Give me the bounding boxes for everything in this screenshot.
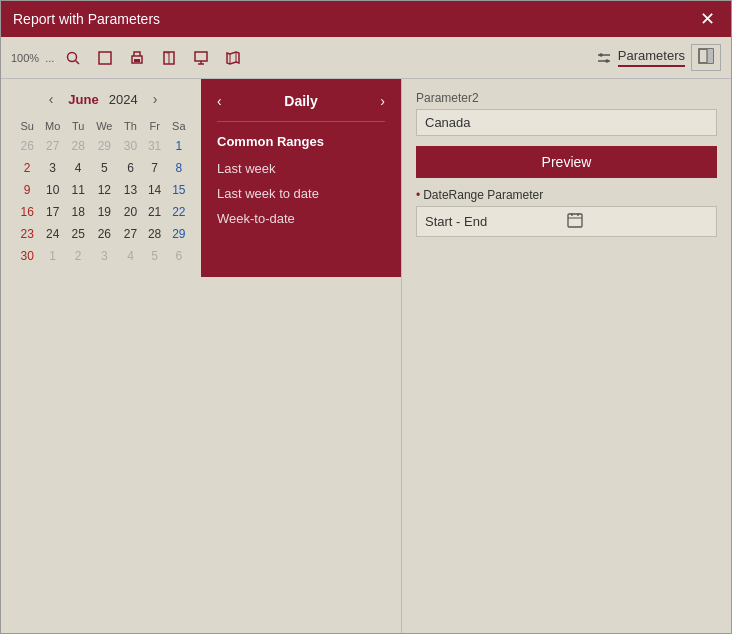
monitor-button[interactable] xyxy=(188,47,214,69)
collapse-icon xyxy=(698,48,714,64)
svg-point-0 xyxy=(68,52,77,61)
book-icon xyxy=(161,50,177,66)
titlebar: Report with Parameters ✕ xyxy=(1,1,731,37)
table-row[interactable]: 4 xyxy=(118,245,142,267)
param2-input[interactable] xyxy=(416,109,717,136)
ranges-panel: ‹ Daily › Common Ranges Last weekLast we… xyxy=(201,79,401,277)
table-row[interactable]: 29 xyxy=(90,135,118,157)
june-wday-we: We xyxy=(90,117,118,135)
table-row[interactable]: 22 xyxy=(167,201,191,223)
param2-section: Parameter2 xyxy=(416,91,717,136)
param2-label: Parameter2 xyxy=(416,91,717,105)
table-row[interactable]: 23 xyxy=(15,223,39,245)
table-row[interactable]: 27 xyxy=(39,135,66,157)
table-row[interactable]: 11 xyxy=(66,179,90,201)
june-wday-tu: Tu xyxy=(66,117,90,135)
june-header: ‹ June 2024 › xyxy=(15,89,191,109)
june-wday-th: Th xyxy=(118,117,142,135)
list-item[interactable]: Week-to-date xyxy=(217,207,385,230)
date-value: Start - End xyxy=(425,214,567,229)
table-row[interactable]: 28 xyxy=(143,223,167,245)
june-wday-sa: Sa xyxy=(167,117,191,135)
svg-rect-6 xyxy=(195,52,207,61)
june-year: 2024 xyxy=(109,92,138,107)
table-row[interactable]: 5 xyxy=(90,157,118,179)
date-range-label: •DateRange Parameter xyxy=(416,188,717,202)
list-item[interactable]: Last week to date xyxy=(217,182,385,205)
table-row[interactable]: 26 xyxy=(15,135,39,157)
ranges-title: Daily xyxy=(284,93,317,109)
close-button[interactable]: ✕ xyxy=(696,8,719,30)
table-row[interactable]: 6 xyxy=(167,245,191,267)
collapse-button[interactable] xyxy=(691,44,721,71)
table-row[interactable]: 3 xyxy=(39,157,66,179)
params-panel: Parameter2 Preview •DateRange Parameter … xyxy=(401,79,731,633)
ranges-prev-button[interactable]: ‹ xyxy=(217,93,222,109)
list-item[interactable]: Last week xyxy=(217,157,385,180)
table-row[interactable]: 14 xyxy=(143,179,167,201)
print-button[interactable] xyxy=(124,47,150,69)
june-wday-su: Su xyxy=(15,117,39,135)
june-grid: Su Mo Tu We Th Fr Sa 2627282930311234567… xyxy=(15,117,191,267)
zoom-level: 100% xyxy=(11,52,39,64)
table-row[interactable]: 16 xyxy=(15,201,39,223)
table-row[interactable]: 30 xyxy=(118,135,142,157)
search-icon xyxy=(65,50,81,66)
table-row[interactable]: 7 xyxy=(143,157,167,179)
table-row[interactable]: 24 xyxy=(39,223,66,245)
params-label: Parameters xyxy=(618,48,685,67)
table-row[interactable]: 29 xyxy=(167,223,191,245)
calendar-icon xyxy=(567,212,709,231)
search-button[interactable] xyxy=(60,47,86,69)
table-row[interactable]: 8 xyxy=(167,157,191,179)
table-row[interactable]: 17 xyxy=(39,201,66,223)
table-row[interactable]: 6 xyxy=(118,157,142,179)
svg-rect-16 xyxy=(707,49,713,63)
table-row[interactable]: 31 xyxy=(143,135,167,157)
window-title: Report with Parameters xyxy=(13,11,160,27)
main-area: ‹ June 2024 › Su Mo Tu We Th xyxy=(1,79,401,633)
table-row[interactable]: 9 xyxy=(15,179,39,201)
table-row[interactable]: 19 xyxy=(90,201,118,223)
table-row[interactable]: 13 xyxy=(118,179,142,201)
map-icon xyxy=(225,50,241,66)
table-row[interactable]: 1 xyxy=(39,245,66,267)
table-row[interactable]: 2 xyxy=(66,245,90,267)
table-row[interactable]: 28 xyxy=(66,135,90,157)
svg-point-13 xyxy=(599,53,603,57)
table-row[interactable]: 26 xyxy=(90,223,118,245)
svg-rect-18 xyxy=(568,214,582,227)
toolbar-right: Parameters xyxy=(596,44,721,71)
table-row[interactable]: 18 xyxy=(66,201,90,223)
svg-point-14 xyxy=(605,59,609,63)
june-next-button[interactable]: › xyxy=(148,89,163,109)
table-row[interactable]: 2 xyxy=(15,157,39,179)
table-row[interactable]: 1 xyxy=(167,135,191,157)
map-button[interactable] xyxy=(220,47,246,69)
params-button[interactable]: Parameters xyxy=(596,48,685,67)
table-row[interactable]: 21 xyxy=(143,201,167,223)
table-row[interactable]: 27 xyxy=(118,223,142,245)
toolbar-left: 100% ... xyxy=(11,47,592,69)
ranges-next-button[interactable]: › xyxy=(380,93,385,109)
june-prev-button[interactable]: ‹ xyxy=(44,89,59,109)
table-row[interactable]: 25 xyxy=(66,223,90,245)
date-input-row[interactable]: Start - End xyxy=(416,206,717,237)
table-row[interactable]: 4 xyxy=(66,157,90,179)
calendar-area: ‹ June 2024 › Su Mo Tu We Th xyxy=(1,79,401,277)
toolbar: 100% ... xyxy=(1,37,731,79)
table-row[interactable]: 12 xyxy=(90,179,118,201)
select-button[interactable] xyxy=(92,47,118,69)
book-button[interactable] xyxy=(156,47,182,69)
print-icon xyxy=(129,50,145,66)
table-row[interactable]: 20 xyxy=(118,201,142,223)
ranges-header: ‹ Daily › xyxy=(203,81,399,121)
table-row[interactable]: 3 xyxy=(90,245,118,267)
ranges-list: Last weekLast week to dateWeek-to-date xyxy=(203,157,399,230)
table-row[interactable]: 10 xyxy=(39,179,66,201)
table-row[interactable]: 15 xyxy=(167,179,191,201)
table-row[interactable]: 5 xyxy=(143,245,167,267)
content: ‹ June 2024 › Su Mo Tu We Th xyxy=(1,79,731,633)
table-row[interactable]: 30 xyxy=(15,245,39,267)
preview-button[interactable]: Preview xyxy=(416,146,717,178)
